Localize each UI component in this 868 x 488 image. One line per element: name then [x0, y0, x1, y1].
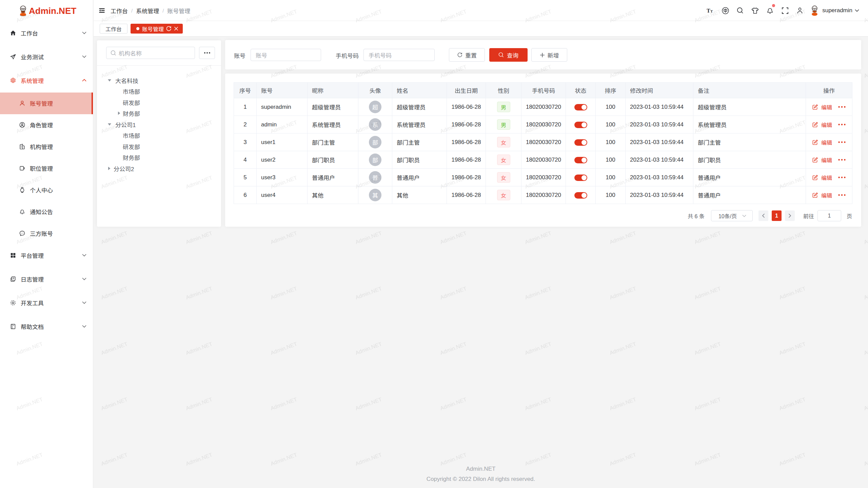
svg-text:T: T [707, 8, 710, 13]
svg-text:T: T [710, 9, 713, 13]
